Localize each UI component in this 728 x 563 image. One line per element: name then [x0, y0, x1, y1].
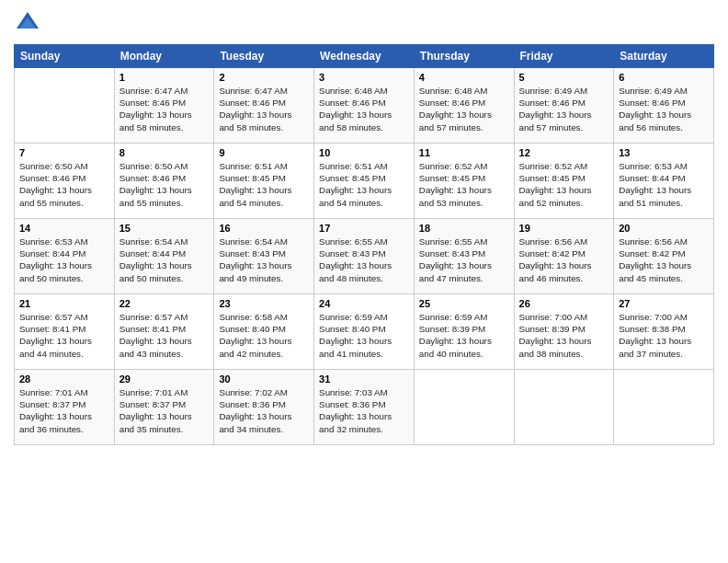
day-info: Sunrise: 7:01 AM Sunset: 8:37 PM Dayligh… [19, 386, 109, 435]
day-cell: 13Sunrise: 6:53 AM Sunset: 8:44 PM Dayli… [614, 144, 714, 219]
day-info: Sunrise: 6:56 AM Sunset: 8:42 PM Dayligh… [619, 236, 709, 284]
day-cell: 29Sunrise: 7:01 AM Sunset: 8:37 PM Dayli… [114, 370, 214, 445]
day-info: Sunrise: 6:50 AM Sunset: 8:46 PM Dayligh… [19, 160, 109, 209]
day-cell: 9Sunrise: 6:51 AM Sunset: 8:45 PM Daylig… [214, 144, 314, 219]
day-number: 10 [319, 147, 409, 158]
day-cell: 21Sunrise: 6:57 AM Sunset: 8:41 PM Dayli… [15, 294, 115, 370]
day-number: 1 [119, 72, 210, 83]
day-cell: 8Sunrise: 6:50 AM Sunset: 8:46 PM Daylig… [114, 144, 214, 219]
day-number: 11 [419, 147, 509, 158]
day-info: Sunrise: 7:00 AM Sunset: 8:39 PM Dayligh… [519, 311, 609, 360]
col-header-monday: Monday [114, 45, 214, 68]
day-cell: 11Sunrise: 6:52 AM Sunset: 8:45 PM Dayli… [414, 144, 514, 219]
day-number: 14 [19, 223, 109, 234]
day-cell: 7Sunrise: 6:50 AM Sunset: 8:46 PM Daylig… [15, 144, 115, 219]
day-info: Sunrise: 6:47 AM Sunset: 8:46 PM Dayligh… [219, 85, 309, 133]
day-cell: 15Sunrise: 6:54 AM Sunset: 8:44 PM Dayli… [114, 219, 214, 294]
day-cell: 25Sunrise: 6:59 AM Sunset: 8:39 PM Dayli… [414, 294, 514, 370]
day-info: Sunrise: 6:58 AM Sunset: 8:40 PM Dayligh… [219, 311, 309, 360]
col-header-wednesday: Wednesday [314, 45, 415, 68]
day-cell [15, 68, 115, 144]
header [14, 9, 714, 37]
header-row: SundayMondayTuesdayWednesdayThursdayFrid… [15, 45, 714, 68]
day-cell: 26Sunrise: 7:00 AM Sunset: 8:39 PM Dayli… [514, 294, 614, 370]
day-cell: 23Sunrise: 6:58 AM Sunset: 8:40 PM Dayli… [214, 294, 314, 370]
day-number: 26 [519, 298, 609, 309]
day-info: Sunrise: 6:53 AM Sunset: 8:44 PM Dayligh… [19, 236, 109, 284]
day-cell: 6Sunrise: 6:49 AM Sunset: 8:46 PM Daylig… [614, 68, 714, 144]
day-cell: 17Sunrise: 6:55 AM Sunset: 8:43 PM Dayli… [314, 219, 415, 294]
day-info: Sunrise: 6:47 AM Sunset: 8:46 PM Dayligh… [119, 85, 210, 133]
page: SundayMondayTuesdayWednesdayThursdayFrid… [0, 0, 728, 563]
day-info: Sunrise: 6:54 AM Sunset: 8:43 PM Dayligh… [219, 236, 309, 284]
day-number: 30 [219, 373, 309, 385]
day-info: Sunrise: 7:03 AM Sunset: 8:36 PM Dayligh… [319, 386, 409, 435]
day-info: Sunrise: 6:55 AM Sunset: 8:43 PM Dayligh… [319, 236, 409, 284]
day-cell [414, 370, 514, 445]
calendar-table: SundayMondayTuesdayWednesdayThursdayFrid… [14, 44, 714, 445]
day-number: 29 [119, 373, 210, 385]
day-info: Sunrise: 6:52 AM Sunset: 8:45 PM Dayligh… [519, 160, 609, 209]
day-cell [514, 370, 614, 445]
day-cell: 30Sunrise: 7:02 AM Sunset: 8:36 PM Dayli… [214, 370, 314, 445]
week-row-3: 14Sunrise: 6:53 AM Sunset: 8:44 PM Dayli… [15, 219, 714, 294]
day-info: Sunrise: 6:51 AM Sunset: 8:45 PM Dayligh… [219, 160, 309, 209]
day-number: 16 [219, 223, 309, 234]
day-number: 20 [619, 223, 709, 234]
day-info: Sunrise: 6:59 AM Sunset: 8:40 PM Dayligh… [319, 311, 409, 360]
day-number: 28 [19, 373, 109, 385]
day-cell: 1Sunrise: 6:47 AM Sunset: 8:46 PM Daylig… [114, 68, 214, 144]
day-info: Sunrise: 6:51 AM Sunset: 8:45 PM Dayligh… [319, 160, 409, 209]
day-number: 24 [319, 298, 409, 309]
day-number: 6 [619, 72, 709, 83]
week-row-4: 21Sunrise: 6:57 AM Sunset: 8:41 PM Dayli… [15, 294, 714, 370]
day-number: 13 [619, 147, 709, 158]
day-cell: 10Sunrise: 6:51 AM Sunset: 8:45 PM Dayli… [314, 144, 415, 219]
col-header-saturday: Saturday [614, 45, 714, 68]
day-info: Sunrise: 6:48 AM Sunset: 8:46 PM Dayligh… [319, 85, 409, 133]
day-number: 21 [19, 298, 109, 309]
day-info: Sunrise: 6:49 AM Sunset: 8:46 PM Dayligh… [519, 85, 609, 133]
day-cell [614, 370, 714, 445]
col-header-friday: Friday [514, 45, 614, 68]
col-header-thursday: Thursday [414, 45, 514, 68]
logo [14, 9, 45, 37]
day-info: Sunrise: 6:59 AM Sunset: 8:39 PM Dayligh… [419, 311, 509, 360]
col-header-tuesday: Tuesday [214, 45, 314, 68]
day-number: 4 [419, 72, 509, 83]
day-cell: 12Sunrise: 6:52 AM Sunset: 8:45 PM Dayli… [514, 144, 614, 219]
week-row-2: 7Sunrise: 6:50 AM Sunset: 8:46 PM Daylig… [15, 144, 714, 219]
col-header-sunday: Sunday [15, 45, 115, 68]
day-info: Sunrise: 6:52 AM Sunset: 8:45 PM Dayligh… [419, 160, 509, 209]
day-cell: 16Sunrise: 6:54 AM Sunset: 8:43 PM Dayli… [214, 219, 314, 294]
day-cell: 3Sunrise: 6:48 AM Sunset: 8:46 PM Daylig… [314, 68, 415, 144]
day-info: Sunrise: 6:56 AM Sunset: 8:42 PM Dayligh… [519, 236, 609, 284]
day-number: 9 [219, 147, 309, 158]
day-cell: 20Sunrise: 6:56 AM Sunset: 8:42 PM Dayli… [614, 219, 714, 294]
logo-icon [14, 9, 41, 37]
day-number: 27 [619, 298, 709, 309]
day-number: 18 [419, 223, 509, 234]
day-info: Sunrise: 6:57 AM Sunset: 8:41 PM Dayligh… [119, 311, 210, 360]
day-cell: 5Sunrise: 6:49 AM Sunset: 8:46 PM Daylig… [514, 68, 614, 144]
day-info: Sunrise: 7:02 AM Sunset: 8:36 PM Dayligh… [219, 386, 309, 435]
day-cell: 27Sunrise: 7:00 AM Sunset: 8:38 PM Dayli… [614, 294, 714, 370]
day-info: Sunrise: 6:54 AM Sunset: 8:44 PM Dayligh… [119, 236, 210, 284]
day-info: Sunrise: 6:48 AM Sunset: 8:46 PM Dayligh… [419, 85, 509, 133]
day-cell: 28Sunrise: 7:01 AM Sunset: 8:37 PM Dayli… [15, 370, 115, 445]
day-number: 23 [219, 298, 309, 309]
day-cell: 31Sunrise: 7:03 AM Sunset: 8:36 PM Dayli… [314, 370, 415, 445]
day-info: Sunrise: 6:50 AM Sunset: 8:46 PM Dayligh… [119, 160, 210, 209]
day-cell: 24Sunrise: 6:59 AM Sunset: 8:40 PM Dayli… [314, 294, 415, 370]
day-number: 22 [119, 298, 210, 309]
day-number: 31 [319, 373, 409, 385]
day-number: 17 [319, 223, 409, 234]
week-row-1: 1Sunrise: 6:47 AM Sunset: 8:46 PM Daylig… [15, 68, 714, 144]
day-cell: 18Sunrise: 6:55 AM Sunset: 8:43 PM Dayli… [414, 219, 514, 294]
day-info: Sunrise: 7:01 AM Sunset: 8:37 PM Dayligh… [119, 386, 210, 435]
day-info: Sunrise: 6:53 AM Sunset: 8:44 PM Dayligh… [619, 160, 709, 209]
day-number: 3 [319, 72, 409, 83]
day-number: 15 [119, 223, 210, 234]
day-number: 7 [19, 147, 109, 158]
day-cell: 4Sunrise: 6:48 AM Sunset: 8:46 PM Daylig… [414, 68, 514, 144]
